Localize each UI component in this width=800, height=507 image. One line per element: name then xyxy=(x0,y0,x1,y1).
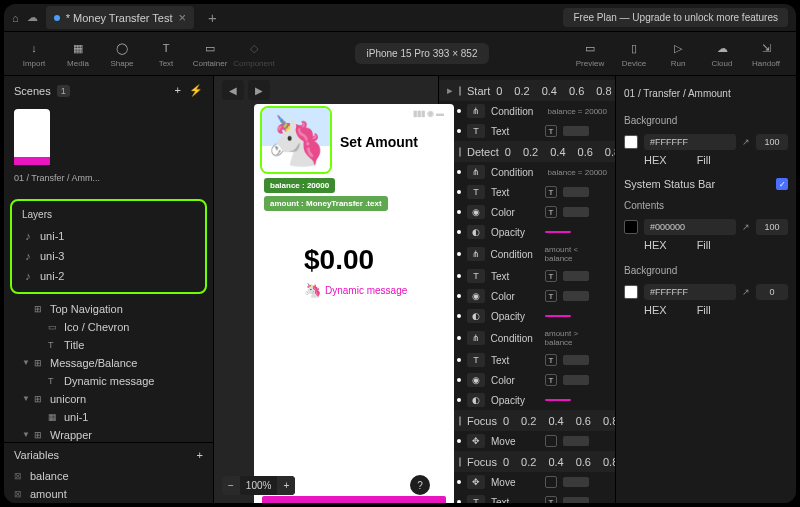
property-row[interactable]: ◉ColorT xyxy=(439,286,615,306)
condition-row[interactable]: ⋔Conditionbalance = 20000 xyxy=(439,101,615,121)
system-status-checkbox[interactable]: ✓ xyxy=(776,178,788,190)
condition-row[interactable]: ⋔Conditionbalance = 20000 xyxy=(439,162,615,182)
contents-color-row[interactable]: #000000 ↗ 100 xyxy=(624,217,788,237)
property-row[interactable]: TTextT xyxy=(439,121,615,141)
fill-input[interactable]: 0 xyxy=(756,284,788,300)
tree-item[interactable]: TDynamic message xyxy=(4,372,213,390)
tool-import[interactable]: ↓Import xyxy=(12,34,56,74)
zoom-control[interactable]: − 100% + xyxy=(222,476,295,495)
background-color-row[interactable]: #FFFFFF ↗ 100 xyxy=(624,132,788,152)
hex-input[interactable]: #FFFFFF xyxy=(644,134,736,150)
type-toggle[interactable] xyxy=(545,435,557,447)
scene-thumbnail[interactable] xyxy=(14,109,50,165)
timeline-bar[interactable] xyxy=(563,187,589,197)
continue-button[interactable]: Continue xyxy=(262,496,446,503)
property-row[interactable]: ◉ColorT xyxy=(439,370,615,390)
tool-device[interactable]: ▯Device xyxy=(612,34,656,74)
type-toggle[interactable]: T xyxy=(545,206,557,218)
caret-icon[interactable]: ▼ xyxy=(22,394,30,403)
variable-row[interactable]: ⊠amount xyxy=(4,485,213,503)
zoom-out-button[interactable]: − xyxy=(222,476,240,495)
tool-cloud[interactable]: ☁Cloud xyxy=(700,34,744,74)
property-row[interactable]: TTextT xyxy=(439,182,615,202)
layer-item[interactable]: ♪uni-1 xyxy=(16,226,201,246)
tree-item[interactable]: ⊞Top Navigation xyxy=(4,300,213,318)
timeline-bar[interactable] xyxy=(545,399,571,401)
trigger-header[interactable]: ▸Detect00.20.40.60.8 xyxy=(439,141,615,162)
timeline-bar[interactable] xyxy=(563,497,589,503)
property-row[interactable]: ✥Move xyxy=(439,431,615,451)
tool-run[interactable]: ▷Run xyxy=(656,34,700,74)
type-toggle[interactable]: T xyxy=(545,290,557,302)
property-row[interactable]: ◉ColorT xyxy=(439,202,615,222)
condition-row[interactable]: ⋔Conditionamount < balance xyxy=(439,242,615,266)
timeline-bar[interactable] xyxy=(563,477,589,487)
home-icon[interactable]: ⌂ xyxy=(12,12,19,24)
property-row[interactable]: ◐Opacity xyxy=(439,390,615,410)
next-scene-button[interactable]: ▶ xyxy=(248,80,270,100)
canvas-area[interactable]: ◀ ▶ 9:41 ▮▮▮◉▬ 🦄 Set Amount balance : 20… xyxy=(214,76,438,503)
bolt-icon[interactable]: ⚡ xyxy=(189,84,203,97)
condition-row[interactable]: ⋔Conditionamount > balance xyxy=(439,326,615,350)
link-icon[interactable]: ↗ xyxy=(742,287,750,297)
timeline-bar[interactable] xyxy=(563,436,589,446)
property-row[interactable]: TTextT xyxy=(439,350,615,370)
type-toggle[interactable]: T xyxy=(545,270,557,282)
caret-icon[interactable]: ▼ xyxy=(22,358,30,367)
close-icon[interactable]: × xyxy=(178,10,186,25)
timeline-bar[interactable] xyxy=(545,231,571,233)
trigger-header[interactable]: ▸Start00.20.40.60.8 xyxy=(439,80,615,101)
color-swatch[interactable] xyxy=(624,220,638,234)
variable-chip-amount[interactable]: amount : MoneyTransfer .text xyxy=(264,196,388,211)
tool-preview[interactable]: ▭Preview xyxy=(568,34,612,74)
timeline-bar[interactable] xyxy=(545,315,571,317)
phone-frame[interactable]: 9:41 ▮▮▮◉▬ 🦄 Set Amount balance : 20000 … xyxy=(254,104,454,503)
type-toggle[interactable]: T xyxy=(545,496,557,503)
trigger-header[interactable]: ▸Focus00.20.40.60.8 xyxy=(439,410,615,431)
color-swatch[interactable] xyxy=(624,285,638,299)
tool-handoff[interactable]: ⇲Handoff xyxy=(744,34,788,74)
tree-item[interactable]: ▦uni-1 xyxy=(4,408,213,426)
tree-item[interactable]: TTitle xyxy=(4,336,213,354)
link-icon[interactable]: ↗ xyxy=(742,222,750,232)
tree-item[interactable]: ▭Ico / Chevron xyxy=(4,318,213,336)
layer-item[interactable]: ♪uni-3 xyxy=(16,246,201,266)
hex-input[interactable]: #000000 xyxy=(644,219,736,235)
timeline-bar[interactable] xyxy=(563,291,589,301)
property-row[interactable]: TTextT xyxy=(439,492,615,503)
unicorn-selection[interactable]: 🦄 xyxy=(260,106,332,174)
tool-container[interactable]: ▭Container xyxy=(188,34,232,74)
tool-text[interactable]: TText xyxy=(144,34,188,74)
upgrade-banner[interactable]: Free Plan — Upgrade to unlock more featu… xyxy=(563,8,788,27)
type-toggle[interactable]: T xyxy=(545,354,557,366)
help-button[interactable]: ? xyxy=(410,475,430,495)
property-row[interactable]: TTextT xyxy=(439,266,615,286)
layer-item[interactable]: ♪uni-2 xyxy=(16,266,201,286)
timeline-bar[interactable] xyxy=(563,207,589,217)
trigger-header[interactable]: ▸Focus00.20.40.60.8 xyxy=(439,451,615,472)
color-swatch[interactable] xyxy=(624,135,638,149)
tool-shape[interactable]: ◯Shape xyxy=(100,34,144,74)
link-icon[interactable]: ↗ xyxy=(742,137,750,147)
add-scene-icon[interactable]: + xyxy=(175,84,181,97)
type-toggle[interactable]: T xyxy=(545,374,557,386)
type-toggle[interactable]: T xyxy=(545,125,557,137)
type-toggle[interactable]: T xyxy=(545,186,557,198)
tree-item[interactable]: ▼⊞Wrapper xyxy=(4,426,213,442)
fill-input[interactable]: 100 xyxy=(756,219,788,235)
tool-component[interactable]: ◇Component xyxy=(232,34,276,74)
type-toggle[interactable] xyxy=(545,476,557,488)
zoom-in-button[interactable]: + xyxy=(277,476,295,495)
property-row[interactable]: ◐Opacity xyxy=(439,222,615,242)
hex-input[interactable]: #FFFFFF xyxy=(644,284,736,300)
document-tab[interactable]: * Money Transfer Test × xyxy=(46,6,194,29)
variable-chip-balance[interactable]: balance : 20000 xyxy=(264,178,335,193)
tree-item[interactable]: ▼⊞unicorn xyxy=(4,390,213,408)
timeline-bar[interactable] xyxy=(563,271,589,281)
tool-media[interactable]: ▦Media xyxy=(56,34,100,74)
property-row[interactable]: ✥Move xyxy=(439,472,615,492)
add-tab-button[interactable]: + xyxy=(202,9,223,26)
timeline-bar[interactable] xyxy=(563,126,589,136)
variable-row[interactable]: ⊠balance xyxy=(4,467,213,485)
device-selector[interactable]: iPhone 15 Pro 393 × 852 xyxy=(355,43,490,64)
